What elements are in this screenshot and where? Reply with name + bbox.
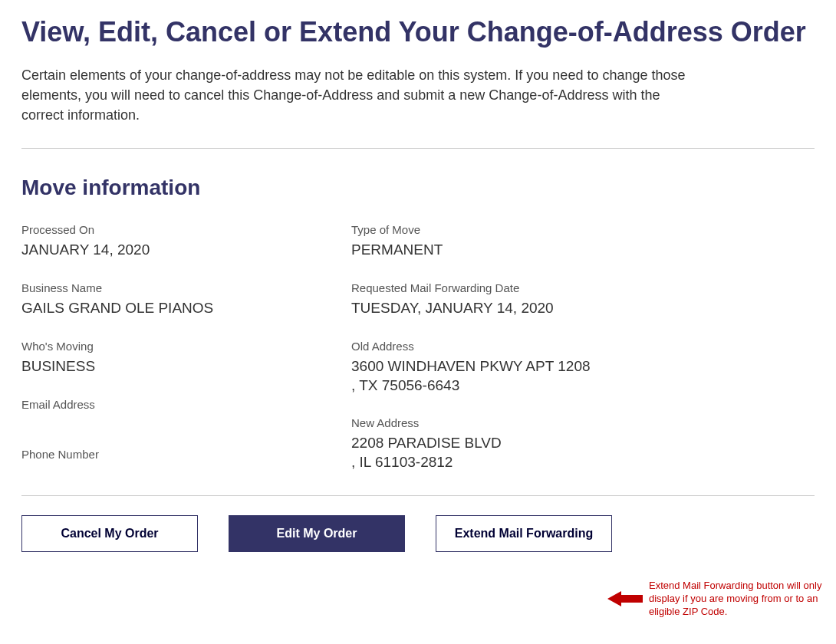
new-address-label: New Address	[351, 416, 643, 429]
annotation-text: Extend Mail Forwarding button will only …	[649, 580, 825, 619]
processed-on-value: JANUARY 14, 2020	[21, 241, 328, 260]
email-address-label: Email Address	[21, 398, 328, 411]
right-column: Type of Move PERMANENT Requested Mail Fo…	[351, 223, 643, 472]
whos-moving-value: BUSINESS	[21, 357, 328, 376]
forwarding-date-value: TUESDAY, JANUARY 14, 2020	[351, 299, 643, 318]
left-column: Processed On JANUARY 14, 2020 Business N…	[21, 223, 328, 472]
type-of-move-value: PERMANENT	[351, 241, 643, 260]
processed-on-field: Processed On JANUARY 14, 2020	[21, 223, 328, 260]
divider	[21, 148, 815, 149]
edit-my-order-button[interactable]: Edit My Order	[229, 515, 405, 552]
business-name-value: GAILS GRAND OLE PIANOS	[21, 299, 328, 318]
new-address-field: New Address 2208 PARADISE BLVD , IL 6110…	[351, 416, 643, 472]
type-of-move-label: Type of Move	[351, 223, 643, 236]
old-address-field: Old Address 3600 WINDHAVEN PKWY APT 1208…	[351, 340, 643, 395]
business-name-label: Business Name	[21, 281, 328, 294]
divider-bottom	[21, 495, 815, 496]
old-address-value: 3600 WINDHAVEN PKWY APT 1208 , TX 75056-…	[351, 357, 643, 395]
old-address-label: Old Address	[351, 340, 643, 353]
page-title: View, Edit, Cancel or Extend Your Change…	[21, 15, 815, 48]
annotation: Extend Mail Forwarding button will only …	[607, 580, 825, 619]
whos-moving-label: Who's Moving	[21, 340, 328, 353]
whos-moving-field: Who's Moving BUSINESS	[21, 340, 328, 376]
processed-on-label: Processed On	[21, 223, 328, 236]
intro-text: Certain elements of your change-of-addre…	[21, 65, 696, 125]
type-of-move-field: Type of Move PERMANENT	[351, 223, 643, 260]
move-info-grid: Processed On JANUARY 14, 2020 Business N…	[21, 223, 815, 472]
button-row: Cancel My Order Edit My Order Extend Mai…	[21, 515, 815, 552]
cancel-my-order-button[interactable]: Cancel My Order	[21, 515, 198, 552]
svg-marker-0	[607, 591, 643, 606]
new-address-value: 2208 PARADISE BLVD , IL 61103-2812	[351, 434, 643, 472]
forwarding-date-field: Requested Mail Forwarding Date TUESDAY, …	[351, 281, 643, 318]
arrow-left-icon	[607, 590, 643, 608]
phone-number-label: Phone Number	[21, 448, 328, 461]
extend-mail-forwarding-button[interactable]: Extend Mail Forwarding	[436, 515, 612, 552]
forwarding-date-label: Requested Mail Forwarding Date	[351, 281, 643, 294]
section-title: Move information	[21, 176, 815, 200]
business-name-field: Business Name GAILS GRAND OLE PIANOS	[21, 281, 328, 318]
